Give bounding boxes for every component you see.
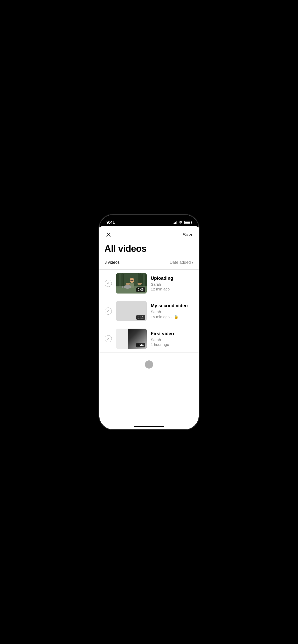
svg-rect-29 bbox=[130, 280, 133, 281]
video-meta-3: 1 hour ago bbox=[151, 342, 194, 347]
chevron-down-icon: ▾ bbox=[192, 261, 194, 265]
signal-icon bbox=[173, 221, 177, 224]
sort-button[interactable]: Date added ▾ bbox=[170, 259, 194, 266]
video-title-1: Uploading bbox=[151, 276, 194, 281]
list-item[interactable]: ✓ bbox=[99, 325, 199, 353]
svg-rect-11 bbox=[138, 273, 139, 287]
video-meta-1: 12 min ago bbox=[151, 287, 194, 291]
thumbnail-2: 0:11 bbox=[116, 301, 147, 321]
video-author-1: Sarah bbox=[151, 282, 194, 286]
list-item[interactable]: ✓ bbox=[99, 270, 199, 297]
check-icon: ✓ bbox=[107, 337, 110, 341]
svg-rect-7 bbox=[120, 273, 120, 287]
sort-label: Date added bbox=[170, 260, 191, 265]
video-author-2: Sarah bbox=[151, 310, 194, 314]
checkbox-2[interactable]: ✓ bbox=[105, 308, 112, 315]
home-indicator bbox=[134, 426, 164, 427]
svg-rect-23 bbox=[130, 283, 134, 284]
check-icon: ✓ bbox=[107, 309, 110, 313]
scroll-indicator bbox=[99, 353, 199, 374]
svg-rect-17 bbox=[145, 274, 146, 287]
count-sort-row: 3 videos Date added ▾ bbox=[99, 259, 199, 269]
battery-icon bbox=[184, 221, 192, 224]
svg-rect-6 bbox=[118, 274, 119, 287]
svg-point-28 bbox=[124, 285, 131, 289]
dot-separator: · bbox=[171, 315, 172, 319]
video-title-2: My second video bbox=[151, 303, 194, 309]
svg-rect-16 bbox=[144, 273, 144, 287]
duration-badge-1: 0:05 bbox=[136, 287, 145, 292]
svg-rect-24 bbox=[130, 285, 134, 285]
checkbox-1[interactable]: ✓ bbox=[105, 280, 112, 287]
video-list: ✓ bbox=[99, 270, 199, 353]
scroll-dot bbox=[145, 360, 153, 369]
check-icon: ✓ bbox=[107, 281, 110, 285]
svg-rect-14 bbox=[141, 274, 142, 287]
svg-rect-27 bbox=[138, 283, 142, 285]
svg-rect-8 bbox=[121, 274, 121, 287]
lock-icon: 🔒 bbox=[174, 314, 179, 319]
phone-frame: 9:41 bbox=[99, 215, 199, 429]
svg-rect-10 bbox=[123, 274, 124, 287]
video-author-3: Sarah bbox=[151, 338, 194, 342]
video-time-3: 1 hour ago bbox=[151, 342, 169, 347]
video-title-3: First video bbox=[151, 331, 194, 336]
video-count: 3 videos bbox=[104, 260, 120, 265]
svg-rect-31 bbox=[116, 329, 131, 349]
video-meta-2: 15 min ago · 🔒 bbox=[151, 314, 194, 319]
video-time-2: 15 min ago bbox=[151, 315, 170, 319]
checkbox-area-1: ✓ bbox=[104, 280, 112, 287]
svg-rect-12 bbox=[139, 274, 140, 287]
header: Save bbox=[99, 226, 199, 241]
save-button[interactable]: Save bbox=[183, 231, 194, 239]
checkbox-area-2: ✓ bbox=[104, 308, 112, 315]
svg-rect-4 bbox=[116, 273, 117, 287]
checkbox-3[interactable]: ✓ bbox=[105, 335, 112, 342]
status-icons bbox=[173, 221, 192, 225]
sheet: Save All videos 3 videos Date added ▾ ✓ bbox=[99, 226, 199, 429]
svg-rect-15 bbox=[142, 274, 143, 287]
duration-badge-2: 0:11 bbox=[136, 315, 145, 320]
svg-rect-5 bbox=[117, 274, 118, 287]
svg-rect-18 bbox=[146, 273, 146, 287]
duration-badge-3: 0:44 bbox=[136, 343, 145, 347]
wifi-icon bbox=[179, 221, 183, 225]
svg-rect-26 bbox=[126, 283, 130, 285]
page-title: All videos bbox=[99, 241, 199, 259]
svg-rect-13 bbox=[140, 273, 141, 287]
video-info-1: Uploading Sarah 12 min ago bbox=[151, 276, 194, 291]
thumbnail-1: 0:05 bbox=[116, 273, 147, 294]
status-bar: 9:41 bbox=[99, 215, 199, 227]
checkbox-area-3: ✓ bbox=[104, 335, 112, 342]
close-button[interactable] bbox=[104, 231, 113, 239]
status-time: 9:41 bbox=[106, 220, 115, 225]
video-time-1: 12 min ago bbox=[151, 287, 170, 291]
list-item[interactable]: ✓ 0:11 My second video Sarah 15 min ago … bbox=[99, 297, 199, 325]
thumbnail-3: 0:44 bbox=[116, 329, 147, 349]
video-info-2: My second video Sarah 15 min ago · 🔒 bbox=[151, 303, 194, 319]
svg-rect-9 bbox=[122, 273, 123, 287]
video-info-3: First video Sarah 1 hour ago bbox=[151, 331, 194, 347]
